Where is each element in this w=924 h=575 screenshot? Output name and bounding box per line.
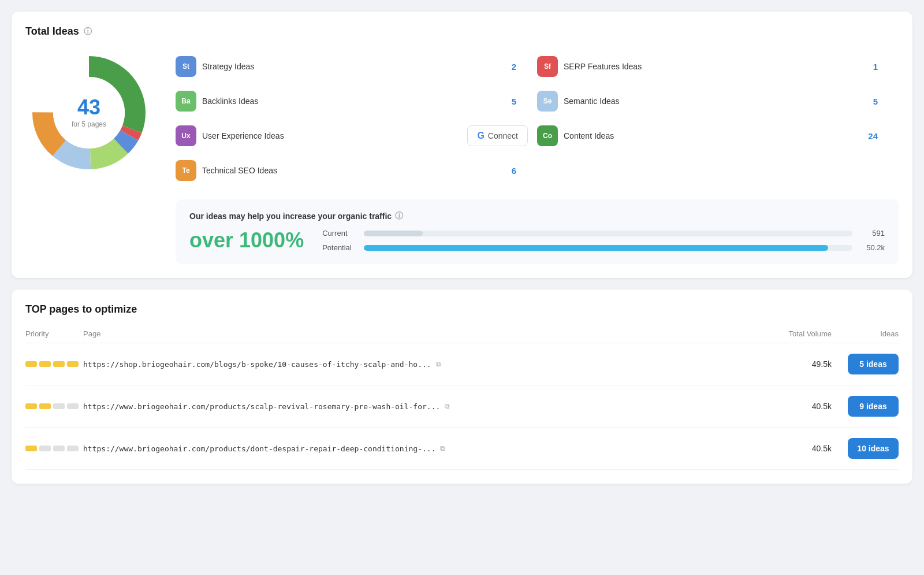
traffic-bars: Current 591 Potential 50.2k <box>322 229 885 252</box>
traffic-box: Our ideas may help you increase your org… <box>176 199 899 264</box>
connect-button[interactable]: G Connect <box>467 125 528 146</box>
donut-chart: 43 for 5 pages <box>25 49 152 176</box>
dot <box>39 446 51 451</box>
technical-count: 6 <box>512 166 528 176</box>
idea-row-backlinks: Ba Backlinks Ideas 5 <box>176 84 537 118</box>
priority-dots-1 <box>25 361 83 367</box>
semantic-name: Semantic Ideas <box>564 97 867 106</box>
idea-row-strategy: St Strategy Ideas 2 <box>176 49 537 84</box>
page-url-2: https://www.briogeohair.com/products/sca… <box>83 402 760 411</box>
ideas-button-2[interactable]: 9 ideas <box>848 396 899 417</box>
card-title: Total Ideas ⓘ <box>25 25 899 38</box>
traffic-main: over 1000% Current 591 Potential <box>189 228 885 253</box>
traffic-percent: over 1000% <box>189 228 304 253</box>
external-link-icon-3[interactable]: ⧉ <box>440 444 445 452</box>
ideas-cell-2: 9 ideas <box>841 396 899 417</box>
content-count: 24 <box>868 131 889 141</box>
volume-2: 40.5k <box>760 402 841 411</box>
idea-row-semantic: Se Semantic Ideas 5 <box>537 84 899 118</box>
col-page: Page <box>83 329 760 338</box>
col-volume: Total Volume <box>760 329 841 338</box>
content-name: Content Ideas <box>564 131 862 140</box>
table-row: https://www.briogeohair.com/products/don… <box>25 428 899 470</box>
current-bar-track <box>364 231 852 236</box>
potential-bar-fill <box>364 245 828 251</box>
table-row: https://www.briogeohair.com/products/sca… <box>25 385 899 428</box>
total-ideas-title: Total Ideas <box>25 25 79 38</box>
content-badge: Co <box>537 125 558 146</box>
strategy-name: Strategy Ideas <box>202 62 506 71</box>
ideas-button-1[interactable]: 5 ideas <box>848 354 899 374</box>
page-url-1: https://shop.briogeohair.com/blogs/b‑spo… <box>83 360 760 369</box>
ideas-right-panel: St Strategy Ideas 2 Sf SERP Features Ide… <box>176 49 899 264</box>
idea-row-serp: Sf SERP Features Ideas 1 <box>537 49 899 84</box>
ideas-cell-1: 5 ideas <box>841 354 899 374</box>
idea-row-content: Co Content Ideas 24 <box>537 118 899 153</box>
dot <box>25 403 37 409</box>
total-ideas-content: 43 for 5 pages St Strategy Ideas 2 Sf SE… <box>25 49 899 264</box>
dot <box>67 446 79 451</box>
idea-row-technical: Te Technical SEO Ideas 6 <box>176 153 537 188</box>
ideas-button-3[interactable]: 10 ideas <box>848 438 899 459</box>
page-url-3: https://www.briogeohair.com/products/don… <box>83 444 760 453</box>
backlinks-badge: Ba <box>176 91 196 112</box>
potential-bar-row: Potential 50.2k <box>322 243 885 252</box>
ux-name: User Experience Ideas <box>202 131 461 140</box>
volume-3: 40.5k <box>760 444 841 453</box>
ux-badge: Ux <box>176 125 196 146</box>
dot <box>39 361 51 367</box>
serp-badge: Sf <box>537 56 558 77</box>
strategy-badge: St <box>176 56 196 77</box>
dot <box>53 361 65 367</box>
table-row: https://shop.briogeohair.com/blogs/b‑spo… <box>25 343 899 385</box>
serp-name: SERP Features Ideas <box>564 62 867 71</box>
url-text-3: https://www.briogeohair.com/products/don… <box>83 444 435 453</box>
dot <box>53 403 65 409</box>
technical-badge: Te <box>176 160 196 181</box>
traffic-info-icon[interactable]: ⓘ <box>395 211 403 221</box>
volume-1: 49.5k <box>760 359 841 369</box>
top-pages-title: TOP pages to optimize <box>25 303 899 316</box>
top-pages-card: TOP pages to optimize Priority Page Tota… <box>12 290 912 484</box>
potential-value: 50.2k <box>859 243 885 252</box>
url-text-2: https://www.briogeohair.com/products/sca… <box>83 402 440 411</box>
backlinks-count: 5 <box>512 97 528 106</box>
priority-dots-3 <box>25 446 83 451</box>
technical-name: Technical SEO Ideas <box>202 166 506 175</box>
table-header: Priority Page Total Volume Ideas <box>25 325 899 343</box>
dot <box>67 361 79 367</box>
current-bar-row: Current 591 <box>322 229 885 238</box>
info-icon[interactable]: ⓘ <box>84 27 92 37</box>
priority-dots-2 <box>25 403 83 409</box>
traffic-percent-text: over 1000% <box>189 228 304 252</box>
donut-center: 43 for 5 pages <box>72 97 106 128</box>
idea-row-ux: Ux User Experience Ideas G Connect <box>176 118 537 153</box>
potential-label: Potential <box>322 243 357 252</box>
semantic-badge: Se <box>537 91 558 112</box>
semantic-count: 5 <box>873 97 889 106</box>
traffic-title: Our ideas may help you increase your org… <box>189 211 885 221</box>
ideas-grid: St Strategy Ideas 2 Sf SERP Features Ide… <box>176 49 899 188</box>
google-icon: G <box>477 131 484 141</box>
potential-bar-track <box>364 245 852 251</box>
col-ideas: Ideas <box>841 329 899 338</box>
external-link-icon-1[interactable]: ⧉ <box>436 360 441 368</box>
external-link-icon-2[interactable]: ⧉ <box>445 402 450 410</box>
current-label: Current <box>322 229 357 238</box>
donut-count: 43 <box>72 97 106 118</box>
url-text-1: https://shop.briogeohair.com/blogs/b‑spo… <box>83 360 431 369</box>
serp-count: 1 <box>873 62 889 72</box>
ideas-cell-3: 10 ideas <box>841 438 899 459</box>
dot <box>67 403 79 409</box>
connect-label: Connect <box>488 131 518 140</box>
col-priority: Priority <box>25 329 83 338</box>
total-ideas-card: Total Ideas ⓘ 43 for 5 pages <box>12 12 912 278</box>
dot <box>25 446 37 451</box>
strategy-count: 2 <box>512 62 528 72</box>
current-bar-fill <box>364 231 423 236</box>
backlinks-name: Backlinks Ideas <box>202 97 506 106</box>
traffic-title-text: Our ideas may help you increase your org… <box>189 212 392 221</box>
dot <box>39 403 51 409</box>
current-value: 591 <box>859 229 885 238</box>
dot <box>25 361 37 367</box>
